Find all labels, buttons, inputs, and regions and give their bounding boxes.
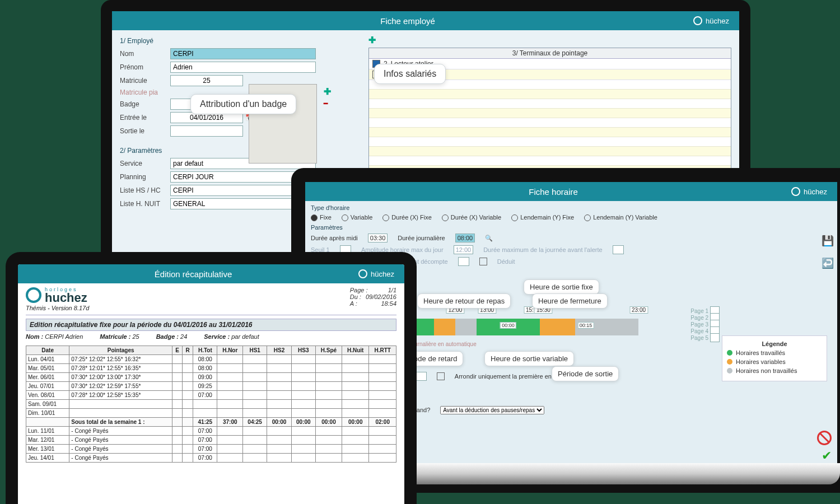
add-photo-icon[interactable]: ✚ — [324, 86, 331, 97]
select-quand[interactable]: Avant la déduction des pauses/repas — [440, 406, 544, 414]
table-row: Sam. 09/01 — [26, 400, 396, 409]
callout-periode-sortie: Période de sortie — [552, 366, 619, 381]
callout-sortie-variable: Heure de sortie variable — [484, 351, 574, 366]
page-slot[interactable]: Page 5 — [690, 334, 720, 341]
table-header: Date — [26, 346, 69, 355]
input-duree-min[interactable] — [458, 257, 469, 266]
label-nom: Nom — [120, 50, 170, 58]
input-matricule[interactable] — [170, 75, 243, 86]
callout-sortie-fixe: Heure de sortie fixe — [524, 279, 599, 295]
report-meta: Page : 1/1 Du : 09/02/2016 A : 18:54 — [350, 287, 396, 311]
search-icon[interactable]: 🔍 — [485, 235, 493, 242]
legend-row: Horaires variables — [727, 358, 822, 365]
callout-fermeture: Heure de fermeture — [532, 293, 608, 309]
label-service: Service — [120, 160, 170, 167]
input-amplitude[interactable]: 12:00 — [454, 245, 474, 254]
window-edition-recap: Édition récapitulative hüchez horloges h… — [6, 252, 417, 504]
table-subtotal-row: Sous total de la semaine 1 :41:2537:0004… — [26, 418, 396, 427]
input-nom[interactable] — [170, 48, 316, 59]
table-header: H.Nor — [217, 346, 243, 355]
remove-photo-icon[interactable]: ━ — [324, 100, 328, 108]
label-duree-apres-midi: Durée après midi — [311, 235, 358, 241]
timeline-value: 00:15 — [578, 322, 594, 329]
label-prenom: Prénom — [120, 63, 170, 71]
table-header: H.Nuit — [342, 346, 368, 355]
table-header: H.RTT — [369, 346, 396, 355]
logo-icon — [26, 287, 41, 303]
logo-icon — [358, 269, 367, 278]
table-row: Lun. 04/0107:25* 12:02* 12:55* 16:32* 08… — [26, 355, 396, 364]
label-planning: Planning — [120, 173, 170, 181]
titlebar: Édition récapitulative hüchez — [18, 264, 404, 283]
radio-type-horaire[interactable]: Fixe — [311, 214, 332, 221]
confirm-icon[interactable]: ✔ — [822, 449, 832, 463]
table-header: HS3 — [291, 346, 315, 355]
table-row: Lun. 11/01- Congé Payés 07:00 — [26, 427, 396, 436]
label-entree: Entrée le — [120, 114, 170, 122]
timeline-segment — [434, 319, 455, 335]
logo-icon — [791, 187, 800, 196]
input-duree-journaliere[interactable]: 08:00 — [455, 234, 475, 242]
report-version: Thémis - Version 8.17d — [26, 305, 89, 311]
report-header-info: Nom : CERPI Adrien Matricule : 25 Badge … — [26, 333, 396, 340]
terminals-header: 3/ Terminaux de pointage — [369, 48, 731, 59]
legend-title: Légende — [727, 340, 822, 347]
add-terminal-icon[interactable]: ✚ — [368, 35, 376, 45]
group-parametres: 2/ Paramètres — [120, 147, 361, 155]
table-row: Ven. 08/0107:28* 12:00* 12:58* 15:35* 07… — [26, 391, 396, 400]
group-employe: 1/ Employé — [120, 37, 361, 45]
checkbox-deduit[interactable] — [479, 258, 487, 265]
parametres-label: Paramètres — [311, 224, 832, 231]
type-horaire-label: Type d'horaire — [311, 204, 832, 211]
callout-infos-salaries: Infos salariés — [374, 64, 446, 84]
input-seuil[interactable] — [416, 372, 427, 381]
table-header: HS1 — [243, 346, 267, 355]
side-toolbar: 💾 ↩️ — [822, 235, 834, 269]
table-header: E — [172, 346, 183, 355]
radio-type-horaire[interactable]: Durée (X) Fixe — [382, 214, 432, 221]
radio-type-horaire[interactable]: Lendemain (Y) Variable — [584, 214, 657, 221]
forbidden-icon[interactable] — [817, 431, 832, 445]
timeline-segment — [455, 319, 477, 335]
titlebar: Fiche horaire hüchez — [305, 182, 837, 201]
label-listehs: Liste HS / HC — [120, 186, 170, 194]
input-prenom[interactable] — [170, 62, 316, 73]
table-row: Dim. 10/01 — [26, 409, 396, 418]
input-duree-apres-midi[interactable]: 03:30 — [368, 234, 388, 242]
timeline-mark: 23:00 — [629, 306, 648, 314]
input-duree-max[interactable] — [613, 245, 624, 254]
checkbox-arrondi[interactable] — [437, 372, 445, 380]
callout-retour-repas: Heure de retour de repas — [417, 293, 511, 309]
input-sortie[interactable] — [170, 125, 243, 137]
save-icon[interactable]: 💾 — [822, 235, 834, 247]
window-title: Fiche horaire — [315, 187, 791, 197]
window-title: Édition récapitulative — [28, 269, 358, 279]
report-logo: horloges huchez Thémis - Version 8.17d — [26, 287, 89, 311]
label-badge: Badge — [120, 100, 170, 108]
label-duree-journaliere: Durée journalière — [398, 235, 445, 241]
table-header: HS2 — [267, 346, 291, 355]
label-deduit: Déduit — [497, 258, 515, 265]
report-period: Edition récapitulative fixe pour la péri… — [26, 319, 396, 331]
radio-type-horaire[interactable]: Lendemain (Y) Fixe — [511, 214, 574, 221]
legend-row: Horaires non travaillés — [727, 367, 822, 374]
label-sortie: Sortie le — [120, 127, 170, 135]
report-table: DatePointagesERH.TotH.NorHS1HS2HS3H.SpéH… — [26, 346, 396, 463]
table-row: Mer. 06/0107:30* 12:00* 13:00* 17:30* 09… — [26, 373, 396, 382]
label-matpia: Matricule pia — [120, 88, 170, 96]
label-matricule: Matricule — [120, 77, 170, 85]
table-row: Jeu. 14/01- Congé Payés 07:00 — [26, 454, 396, 463]
legend-row: Horaires travaillés — [727, 349, 822, 356]
label-duree-max: Durée maximum de la journée avant l'aler… — [483, 246, 602, 253]
table-header: Pointages — [69, 346, 172, 355]
undo-icon[interactable]: ↩️ — [822, 257, 834, 269]
timeline-segment — [540, 319, 575, 335]
titlebar: Fiche employé hüchez — [112, 11, 739, 30]
radio-type-horaire[interactable]: Variable — [342, 214, 373, 221]
radio-type-horaire[interactable]: Durée (X) Variable — [442, 214, 501, 221]
brand-logo: hüchez — [358, 269, 394, 278]
table-row: Mar. 05/0107:28* 12:01* 12:55* 16:35* 08… — [26, 364, 396, 373]
table-header: R — [183, 346, 193, 355]
brand-logo: hüchez — [791, 187, 827, 196]
table-row: Jeu. 07/0107:30* 12:02* 12:59* 17:55* 09… — [26, 382, 396, 391]
